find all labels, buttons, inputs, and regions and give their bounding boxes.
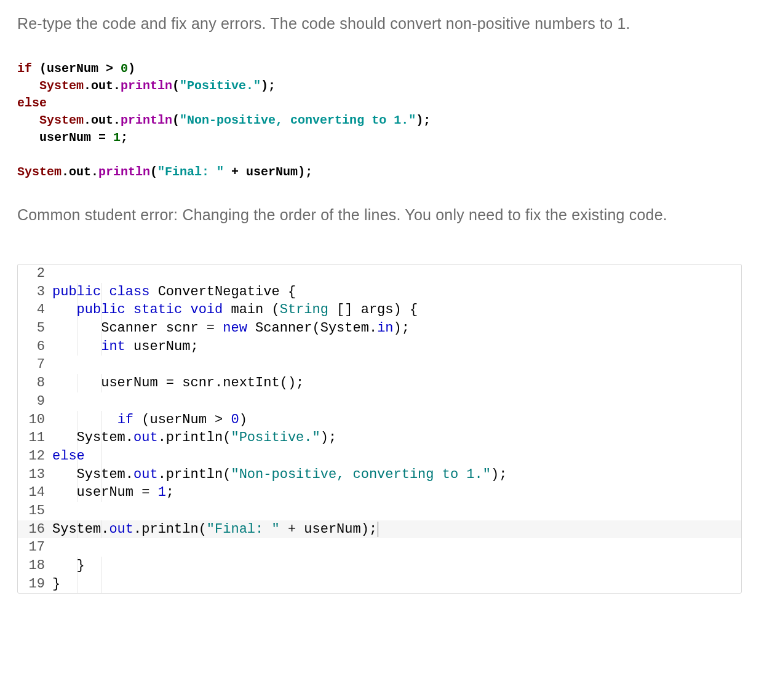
code-content[interactable]: System.out.println("Non-positive, conver… (52, 466, 741, 484)
instruction-text: Re-type the code and fix any errors. The… (17, 12, 742, 34)
code-content[interactable]: else (52, 447, 741, 466)
code-content[interactable]: Scanner scnr = new Scanner(System.in); (52, 319, 741, 338)
line-number: 13 (18, 466, 52, 484)
keyword-else: else (17, 96, 47, 110)
code-content[interactable]: public static void main (String [] args)… (52, 301, 741, 319)
line-number: 8 (18, 374, 52, 392)
line-number: 18 (18, 557, 52, 575)
line-number: 4 (18, 301, 52, 319)
editor-line[interactable]: 18 } (18, 557, 741, 575)
editor-line[interactable]: 3public class ConvertNegative { (18, 283, 741, 301)
code-editor[interactable]: 23public class ConvertNegative {4 public… (17, 264, 742, 594)
line-number: 5 (18, 319, 52, 338)
text-cursor-icon (378, 522, 378, 536)
editor-line[interactable]: 9 (18, 392, 741, 411)
code-sample: if (userNum > 0) System.out.println("Pos… (17, 43, 742, 181)
editor-line[interactable]: 7 (18, 356, 741, 374)
line-number: 2 (18, 264, 52, 283)
editor-line[interactable]: 19} (18, 575, 741, 594)
line-number: 19 (18, 575, 52, 594)
code-content[interactable]: int userNum; (52, 338, 741, 356)
editor-line[interactable]: 17 (18, 538, 741, 557)
code-content[interactable]: System.out.println("Final: " + userNum); (52, 520, 741, 539)
editor-line[interactable]: 2 (18, 264, 741, 283)
line-number: 14 (18, 483, 52, 502)
line-number: 12 (18, 447, 52, 466)
line-number: 10 (18, 411, 52, 429)
line-number: 7 (18, 356, 52, 374)
code-content[interactable]: public class ConvertNegative { (52, 283, 741, 301)
keyword-if: if (17, 62, 32, 76)
editor-line[interactable]: 12else (18, 447, 741, 466)
code-content[interactable]: userNum = scnr.nextInt(); (52, 374, 741, 392)
line-number: 16 (18, 520, 52, 539)
code-content[interactable]: if (userNum > 0) (52, 411, 741, 429)
line-number: 15 (18, 502, 52, 520)
editor-line[interactable]: 10 if (userNum > 0) (18, 411, 741, 429)
line-number: 9 (18, 392, 52, 411)
code-content[interactable]: userNum = 1; (52, 483, 741, 502)
editor-line[interactable]: 11 System.out.println("Positive."); (18, 429, 741, 447)
editor-line[interactable]: 8 userNum = scnr.nextInt(); (18, 374, 741, 392)
editor-line[interactable]: 16System.out.println("Final: " + userNum… (18, 520, 741, 539)
line-number: 3 (18, 283, 52, 301)
code-content[interactable]: } (52, 575, 741, 594)
editor-line[interactable]: 6 int userNum; (18, 338, 741, 356)
editor-line[interactable]: 15 (18, 502, 741, 520)
editor-line[interactable]: 5 Scanner scnr = new Scanner(System.in); (18, 319, 741, 338)
editor-line[interactable]: 14 userNum = 1; (18, 483, 741, 502)
line-number: 17 (18, 538, 52, 557)
editor-line[interactable]: 4 public static void main (String [] arg… (18, 301, 741, 319)
code-content[interactable]: System.out.println("Positive."); (52, 429, 741, 447)
code-content[interactable]: } (52, 557, 741, 575)
line-number: 11 (18, 429, 52, 447)
hint-text: Common student error: Changing the order… (17, 203, 742, 227)
editor-line[interactable]: 13 System.out.println("Non-positive, con… (18, 466, 741, 484)
line-number: 6 (18, 338, 52, 356)
